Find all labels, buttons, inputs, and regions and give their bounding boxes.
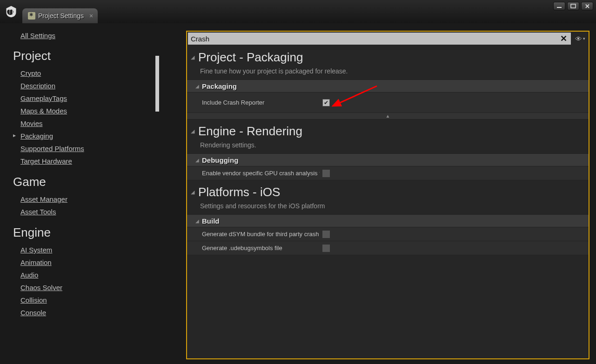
sidebar-item-crypto[interactable]: Crypto	[5, 67, 181, 79]
expand-caret-icon[interactable]: ◢	[191, 128, 195, 134]
sidebar-item-gameplaytags[interactable]: GameplayTags	[5, 92, 181, 105]
sidebar-item-ai-system[interactable]: AI System	[5, 244, 181, 256]
clear-search-icon[interactable]: ✕	[560, 33, 567, 44]
property-label: Generate .udebugsymbols file	[187, 245, 320, 251]
section-title-packaging: Project - Packaging	[198, 50, 303, 65]
title-bar: Project Settings × ✕	[0, 0, 596, 23]
section-desc-rendering: Rendering settings.	[187, 139, 589, 153]
checkbox-udebugsymbols[interactable]	[322, 245, 330, 252]
sidebar-header-engine: Engine	[5, 218, 181, 244]
maximize-button[interactable]	[567, 2, 579, 10]
section-desc-ios: Settings and resources for the iOS platf…	[187, 200, 589, 214]
close-button[interactable]: ✕	[581, 2, 593, 10]
tab-title: Project Settings	[38, 12, 84, 20]
expand-caret-icon[interactable]: ◢	[191, 189, 195, 195]
sidebar-header-game: Game	[5, 167, 181, 193]
sidebar-item-movies[interactable]: Movies	[5, 117, 181, 130]
settings-panel: ✕ 👁▾ ◢ Project - Packaging Fine tune how…	[186, 31, 589, 359]
sidebar-item-maps-modes[interactable]: Maps & Modes	[5, 105, 181, 117]
property-row-include-crash-reporter: Include Crash Reporter ✔	[187, 93, 589, 113]
group-header-debugging[interactable]: ◢ Debugging	[187, 153, 589, 166]
section-title-rendering: Engine - Rendering	[198, 124, 302, 139]
sidebar-item-console[interactable]: Console	[5, 306, 181, 319]
expand-caret-icon: ◢	[195, 158, 199, 163]
search-input[interactable]	[191, 35, 560, 43]
sidebar-item-asset-manager[interactable]: Asset Manager	[5, 193, 181, 205]
svg-rect-0	[557, 7, 562, 8]
sidebar-item-collision[interactable]: Collision	[5, 294, 181, 306]
expand-caret-icon: ◢	[195, 218, 199, 224]
sidebar-item-packaging[interactable]: Packaging	[5, 130, 181, 142]
expand-caret-icon[interactable]: ◢	[191, 54, 195, 60]
property-label: Enable vendor specific GPU crash analysi…	[187, 170, 320, 177]
group-header-build[interactable]: ◢ Build	[187, 214, 589, 227]
checkbox-include-crash-reporter[interactable]: ✔	[322, 99, 330, 106]
sidebar-item-asset-tools[interactable]: Asset Tools	[5, 205, 181, 218]
section-desc-packaging: Fine tune how your project is packaged f…	[187, 66, 589, 79]
property-label: Generate dSYM bundle for third party cra…	[187, 231, 320, 238]
settings-content: ✕ 👁▾ ◢ Project - Packaging Fine tune how…	[181, 23, 596, 364]
eye-icon: 👁	[575, 35, 582, 43]
expand-advanced-icon[interactable]: ▲	[187, 113, 589, 119]
sidebar-item-animation[interactable]: Animation	[5, 256, 181, 269]
sidebar-header-project: Project	[5, 41, 181, 67]
svg-rect-1	[571, 4, 576, 8]
sidebar-item-target-hardware[interactable]: Target Hardware	[5, 155, 181, 167]
close-icon[interactable]: ×	[89, 12, 93, 20]
expand-caret-icon: ◢	[195, 84, 199, 89]
sidebar-item-all-settings[interactable]: All Settings	[5, 32, 181, 41]
property-row-gpu-crash-analysis: Enable vendor specific GPU crash analysi…	[187, 166, 589, 180]
sidebar-item-description[interactable]: Description	[5, 79, 181, 92]
property-row-dsym-bundle: Generate dSYM bundle for third party cra…	[187, 227, 589, 241]
property-label: Include Crash Reporter	[187, 99, 320, 106]
sidebar-item-supported-platforms[interactable]: Supported Platforms	[5, 142, 181, 155]
gear-icon	[28, 12, 35, 20]
tab-project-settings[interactable]: Project Settings ×	[22, 8, 98, 23]
view-options-button[interactable]: 👁▾	[572, 33, 589, 44]
scrollbar-thumb[interactable]	[155, 56, 159, 112]
checkbox-dsym-bundle[interactable]	[322, 231, 330, 238]
settings-sidebar: All Settings Project Crypto Description …	[0, 23, 181, 364]
window-buttons: ✕	[553, 2, 593, 10]
checkbox-gpu-crash-analysis[interactable]	[322, 170, 330, 177]
property-row-udebugsymbols: Generate .udebugsymbols file	[187, 241, 589, 255]
app-logo-icon	[0, 0, 22, 23]
section-title-ios: Platforms - iOS	[198, 185, 280, 199]
sidebar-item-chaos-solver[interactable]: Chaos Solver	[5, 281, 181, 294]
group-header-packaging[interactable]: ◢ Packaging	[187, 79, 589, 93]
search-box[interactable]: ✕	[188, 33, 571, 45]
sidebar-item-audio[interactable]: Audio	[5, 269, 181, 281]
minimize-button[interactable]	[553, 2, 565, 10]
